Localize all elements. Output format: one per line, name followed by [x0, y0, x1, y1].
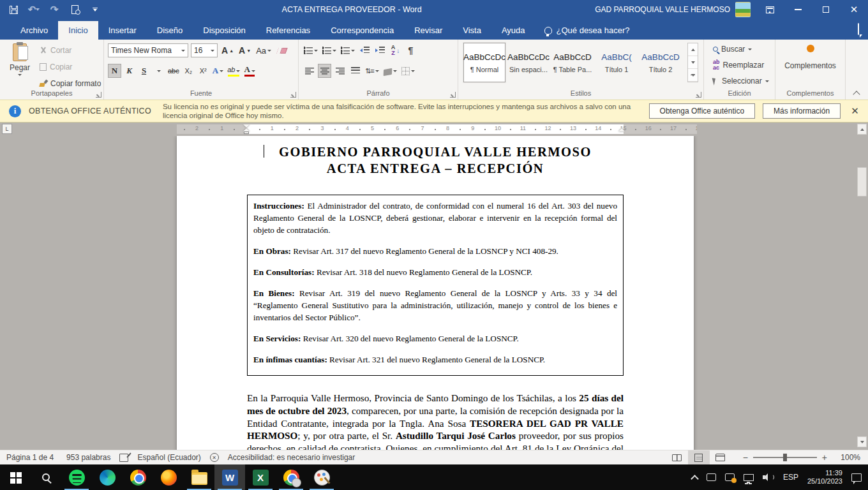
style-sin-espaci-[interactable]: AaBbCcDcSin espaci... [507, 43, 550, 82]
borders-button[interactable] [400, 64, 416, 78]
comments-button[interactable] [858, 24, 859, 40]
style--normal[interactable]: AaBbCcDc¶ Normal [463, 43, 505, 82]
font-dialog-launcher-icon[interactable] [290, 92, 296, 98]
redo-icon[interactable]: ↷ [49, 4, 60, 15]
read-mode-button[interactable] [666, 450, 688, 464]
network-icon[interactable] [744, 474, 754, 481]
taskbar-excel-button[interactable]: X [245, 464, 276, 490]
styles-scroll-down-icon[interactable] [688, 56, 698, 69]
taskbar-chrome-button[interactable] [123, 464, 153, 490]
tab-correspondencia[interactable]: Correspondencia [320, 21, 404, 40]
shrink-font-button[interactable]: A▼ [237, 43, 252, 57]
style-título-1[interactable]: AaBbC(Título 1 [595, 43, 638, 82]
word-count[interactable]: 953 palabras [60, 453, 117, 462]
customize-qat-icon[interactable] [89, 4, 101, 15]
cut-button[interactable]: Cortar [37, 43, 103, 57]
tab-vista[interactable]: Vista [453, 21, 491, 40]
clipboard-dialog-launcher-icon[interactable] [96, 92, 101, 98]
zoom-in-icon[interactable]: + [822, 452, 827, 463]
document-page[interactable]: GOBIERNO PARROQUIAL VALLE HERMOSO ACTA E… [177, 136, 694, 450]
scrollbar-down-icon[interactable] [857, 436, 867, 447]
taskbar-spotify-button[interactable] [61, 464, 92, 490]
zoom-slider[interactable] [753, 457, 817, 458]
tab-archivo[interactable]: Archivo [10, 21, 58, 40]
select-button[interactable]: Seleccionar [710, 74, 772, 88]
clock[interactable]: 11:39 25/10/2023 [807, 469, 842, 486]
multilevel-list-button[interactable] [340, 43, 356, 57]
align-right-button[interactable] [333, 64, 347, 78]
taskbar-edge-button[interactable] [92, 464, 123, 490]
numbering-button[interactable] [321, 43, 338, 57]
taskbar-firefox-button[interactable] [153, 464, 184, 490]
action-center-icon[interactable] [851, 473, 862, 482]
volume-icon[interactable] [763, 473, 774, 482]
banner-close-icon[interactable]: ✕ [848, 105, 862, 117]
shading-button[interactable] [382, 64, 398, 78]
font-size-combo[interactable]: 16 [191, 43, 218, 57]
align-left-button[interactable] [303, 64, 316, 78]
style-título-2[interactable]: AaBbCcDTítulo 2 [640, 43, 682, 82]
print-layout-button[interactable] [688, 450, 710, 464]
ruler-strip[interactable]: 321123456789101112131415161718 [177, 124, 697, 134]
account-info[interactable]: GAD PARROQUIAL VALLE HERMOSO [595, 2, 751, 17]
zoom-slider-thumb[interactable] [783, 454, 787, 461]
show-marks-button[interactable]: ¶ [404, 43, 417, 57]
zoom-percentage[interactable]: 100% [834, 453, 860, 462]
account-avatar[interactable] [735, 2, 751, 17]
find-button[interactable]: Buscar [710, 42, 772, 56]
font-name-combo[interactable]: Times New Roma [108, 43, 188, 57]
tab-stop-selector[interactable]: L [2, 124, 12, 134]
paragraph-dialog-launcher-icon[interactable] [450, 92, 456, 98]
collapse-ribbon-icon[interactable] [853, 91, 860, 96]
zoom-out-icon[interactable]: − [743, 452, 748, 463]
start-button[interactable] [0, 464, 31, 490]
font-color-button[interactable]: A [243, 64, 256, 78]
style--table-pa-[interactable]: AaBbCcD¶ Table Pa... [551, 43, 594, 82]
underline-button[interactable]: S [137, 64, 151, 78]
save-icon[interactable] [8, 4, 19, 15]
bold-button[interactable]: N [108, 64, 121, 78]
highlight-color-button[interactable]: ab [226, 64, 241, 78]
strikethrough-button[interactable]: abc [167, 64, 181, 78]
get-genuine-office-button[interactable]: Obtenga Office auténtico [649, 103, 756, 119]
left-indent-marker[interactable] [244, 131, 249, 134]
tray-app-icon[interactable] [707, 473, 716, 481]
increase-indent-button[interactable] [373, 43, 387, 57]
taskbar-file-explorer-button[interactable] [184, 464, 214, 490]
grow-font-button[interactable]: A▲ [220, 43, 235, 57]
styles-dialog-launcher-icon[interactable] [696, 92, 701, 98]
decrease-indent-button[interactable] [358, 43, 371, 57]
replace-button[interactable]: abacReemplazar [710, 58, 772, 72]
clear-formatting-button[interactable] [275, 43, 288, 57]
more-info-button[interactable]: Más información [763, 103, 841, 119]
copy-button[interactable]: Copiar [37, 60, 103, 74]
text-effects-button[interactable]: A [211, 64, 225, 78]
tray-expand-icon[interactable] [691, 475, 699, 483]
tab-disposicion[interactable]: Disposición [193, 21, 255, 40]
proofing-icon[interactable] [119, 454, 128, 462]
tab-diseno[interactable]: Diseño [147, 21, 193, 40]
sort-button[interactable]: AZ↓ [389, 43, 402, 57]
undo-icon[interactable]: ↶ [28, 4, 40, 15]
paste-button[interactable]: Pegar [5, 42, 34, 88]
print-preview-icon[interactable] [69, 4, 80, 15]
bullets-button[interactable] [303, 43, 319, 57]
tray-notification-icon[interactable] [725, 473, 735, 481]
underline-caret[interactable] [152, 64, 165, 78]
minimize-button[interactable] [784, 0, 812, 19]
first-line-indent-marker[interactable] [243, 124, 250, 128]
tab-insertar[interactable]: Insertar [98, 21, 147, 40]
styles-more-icon[interactable] [688, 69, 698, 82]
input-language[interactable]: ESP [783, 473, 798, 482]
taskbar-search-button[interactable] [31, 464, 61, 490]
italic-button[interactable]: K [123, 64, 136, 78]
language-indicator[interactable]: Español (Ecuador) [131, 453, 207, 462]
ribbon-display-options-button[interactable] [756, 0, 784, 19]
scrollbar-up-icon[interactable] [857, 124, 867, 135]
web-layout-button[interactable] [710, 450, 731, 464]
subscript-button[interactable]: X₂ [182, 64, 195, 78]
scrollbar-thumb[interactable] [857, 167, 867, 197]
tab-referencias[interactable]: Referencias [256, 21, 320, 40]
justify-button[interactable] [348, 64, 362, 78]
align-center-button[interactable] [318, 64, 331, 78]
